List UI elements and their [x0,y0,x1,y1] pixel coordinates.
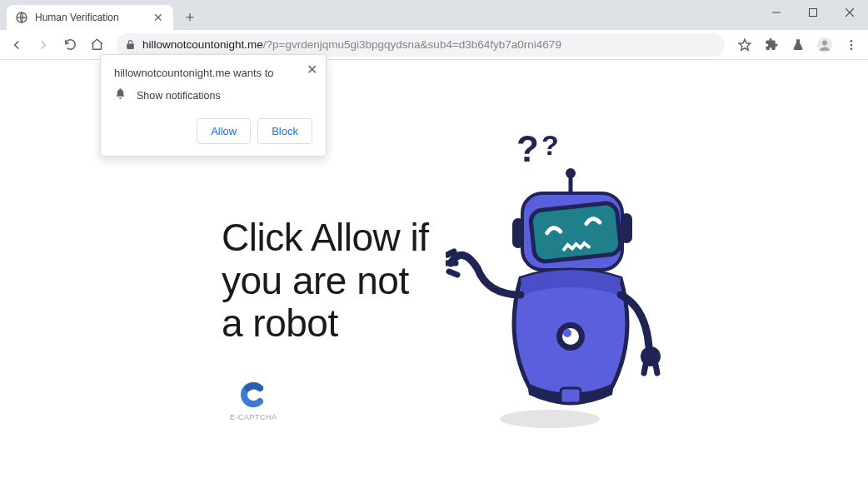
svg-text:?: ? [541,129,559,161]
window-controls [758,0,868,25]
labs-icon[interactable] [786,33,810,57]
url-host: hillownotcountonight.me [142,38,263,51]
captcha-icon [240,381,267,408]
allow-button[interactable]: Allow [197,118,251,144]
globe-icon [15,11,28,24]
minimize-button[interactable] [758,0,795,25]
close-icon[interactable]: ✕ [307,62,317,77]
profile-icon[interactable] [813,33,836,57]
svg-point-8 [851,43,853,46]
reload-button[interactable] [58,33,82,57]
titlebar: Human Verification ✕ + [0,0,868,30]
tab-title: Human Verification [35,12,152,23]
extensions-icon[interactable] [760,33,783,57]
svg-rect-18 [512,218,524,248]
permission-item: Show notifications [137,90,221,102]
robot-image: ? ? [446,128,662,436]
maximize-button[interactable] [795,0,831,25]
permission-popup: ✕ hillownotcountonight.me wants to Show … [100,54,327,157]
browser-tab[interactable]: Human Verification ✕ [7,5,173,30]
menu-icon[interactable] [840,33,863,57]
star-icon[interactable] [733,33,756,57]
svg-point-7 [851,40,853,42]
home-button[interactable] [85,33,108,57]
forward-button[interactable] [32,33,55,57]
address-bar[interactable]: hillownotcountonight.me/?p=gvrdenjqmu5gi… [117,33,725,57]
close-tab-icon[interactable]: ✕ [152,11,165,24]
back-button[interactable] [5,33,28,57]
bell-icon [114,87,127,103]
close-window-button[interactable] [831,0,868,25]
block-button[interactable]: Block [257,118,312,144]
url-path: /?p=gvrdenjqmu5gi3bpgqydsna&sub4=d3b64fy… [263,38,561,51]
svg-point-9 [851,47,853,50]
main-heading: Click Allow if you are not a robot [222,217,438,346]
captcha-label: E-CAPTCHA [230,413,277,421]
svg-text:?: ? [516,128,539,169]
permission-title: hillownotcountonight.me wants to [114,67,312,79]
svg-rect-2 [810,9,817,17]
new-tab-button[interactable]: + [178,6,202,29]
lock-icon [125,39,136,50]
svg-point-22 [563,329,571,337]
svg-rect-19 [621,213,632,243]
svg-point-13 [566,168,576,178]
svg-point-6 [822,40,827,45]
svg-rect-23 [561,388,581,403]
captcha-badge: E-CAPTCHA [230,381,277,421]
